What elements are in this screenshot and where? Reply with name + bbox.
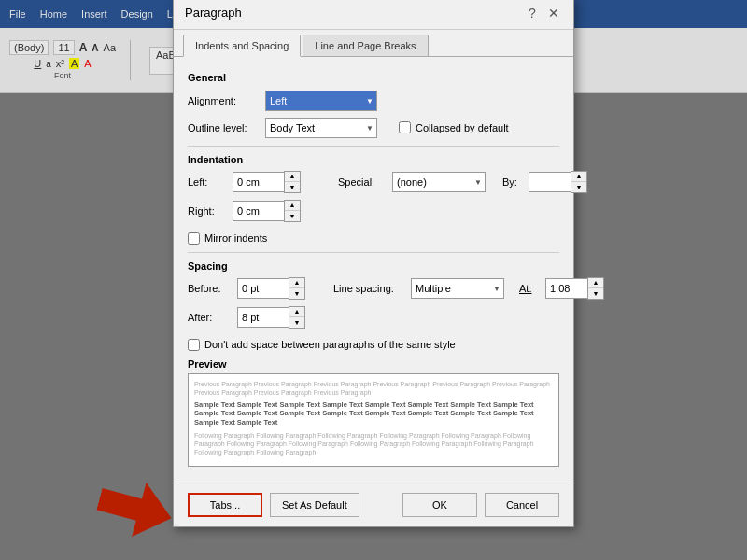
- cancel-button[interactable]: Cancel: [485, 493, 559, 517]
- set-as-default-button[interactable]: Set As Default: [270, 493, 359, 517]
- special-label: Special:: [338, 176, 385, 188]
- at-spinner: ▲ ▼: [545, 277, 604, 300]
- mirror-indents-label: Mirror indents: [204, 232, 267, 244]
- mirror-indents-checkbox[interactable]: [188, 232, 200, 245]
- line-spacing-row: Line spacing: Multiple At: ▲ ▼: [333, 277, 604, 300]
- by-label: By:: [502, 176, 521, 188]
- dialog-overlay: Paragraph ? ✕ Indents and Spacing Line a…: [0, 0, 747, 560]
- indentation-special-col: Special: (none) By: ▲ ▼: [338, 171, 587, 229]
- indent-left-spinbtns: ▲ ▼: [284, 171, 301, 193]
- at-up[interactable]: ▲: [588, 278, 603, 288]
- dialog-content: General Alignment: Left Outline level: B…: [174, 57, 573, 478]
- special-select[interactable]: (none): [392, 172, 486, 192]
- indent-left-label: Left:: [188, 176, 225, 188]
- spacing-after-input[interactable]: [237, 307, 289, 328]
- preview-label: Preview: [188, 358, 559, 370]
- spacing-after-spinner: ▲ ▼: [237, 306, 305, 329]
- indent-right-label: Right:: [188, 205, 225, 217]
- preview-sample-text: Sample Text Sample Text Sample Text Samp…: [194, 400, 553, 427]
- line-spacing-select[interactable]: Multiple: [411, 278, 504, 299]
- special-row: Special: (none) By: ▲ ▼: [338, 171, 587, 193]
- by-spinbtns: ▲ ▼: [571, 171, 587, 193]
- dont-add-space-checkbox[interactable]: [188, 339, 200, 351]
- indentation-rows: Left: ▲ ▼ Right:: [188, 171, 559, 229]
- alignment-select-wrapper: Left: [265, 91, 377, 111]
- at-input[interactable]: [545, 278, 587, 299]
- paragraph-dialog: Paragraph ? ✕ Indents and Spacing Line a…: [173, 0, 574, 527]
- at-down[interactable]: ▼: [588, 288, 603, 299]
- at-label: At:: [519, 283, 538, 294]
- spacing-before-spinbtns: ▲ ▼: [289, 277, 305, 300]
- preview-section: Preview Previous Paragraph Previous Para…: [188, 358, 559, 467]
- dont-add-space-label: Don't add space between paragraphs of th…: [204, 339, 456, 350]
- indentation-section-label: Indentation: [188, 154, 559, 165]
- indent-right-input[interactable]: [233, 201, 284, 221]
- outline-select-wrapper: Body Text: [265, 118, 377, 138]
- spacing-before-label: Before:: [188, 283, 230, 294]
- spacing-after-spinbtns: ▲ ▼: [289, 306, 305, 329]
- spacing-after-row: After: ▲ ▼: [188, 306, 305, 329]
- dialog-buttons: Tabs... Set As Default OK Cancel: [174, 483, 573, 526]
- indentation-separator: [188, 252, 559, 253]
- indentation-left-col: Left: ▲ ▼ Right:: [188, 171, 301, 229]
- tabs-button[interactable]: Tabs...: [188, 493, 262, 517]
- close-button[interactable]: ✕: [545, 5, 562, 21]
- outline-level-row: Outline level: Body Text Collapsed by de…: [188, 118, 559, 138]
- spacing-after-down[interactable]: ▼: [289, 317, 304, 328]
- outline-select[interactable]: Body Text: [265, 118, 377, 138]
- at-spinbtns: ▲ ▼: [587, 277, 604, 300]
- preview-following: Following Paragraph Following Paragraph …: [194, 431, 553, 456]
- collapsed-label: Collapsed by default: [416, 122, 509, 133]
- dialog-titlebar: Paragraph ? ✕: [174, 0, 573, 30]
- spacing-right-col: Line spacing: Multiple At: ▲ ▼: [333, 277, 604, 335]
- spacing-before-row: Before: ▲ ▼: [188, 277, 305, 300]
- ok-button[interactable]: OK: [402, 493, 477, 517]
- tab-line-page-breaks[interactable]: Line and Page Breaks: [303, 35, 428, 56]
- outline-level-label: Outline level:: [188, 122, 258, 133]
- indent-right-spinbtns: ▲ ▼: [284, 200, 301, 222]
- indent-right-down[interactable]: ▼: [285, 211, 300, 221]
- by-up[interactable]: ▲: [571, 172, 586, 182]
- preview-prev-para: Previous Paragraph Previous Paragraph Pr…: [194, 380, 553, 397]
- indent-right-row: Right: ▲ ▼: [188, 200, 301, 222]
- indent-left-row: Left: ▲ ▼: [188, 171, 301, 193]
- general-separator: [188, 146, 559, 147]
- spacing-left-col: Before: ▲ ▼ After:: [188, 277, 305, 335]
- dialog-title: Paragraph: [185, 6, 242, 20]
- alignment-select[interactable]: Left: [265, 91, 377, 111]
- indent-left-down[interactable]: ▼: [285, 182, 300, 192]
- indent-right-up[interactable]: ▲: [285, 201, 300, 211]
- spacing-section-label: Spacing: [188, 260, 559, 272]
- spacing-before-up[interactable]: ▲: [289, 278, 304, 288]
- spacing-before-spinner: ▲ ▼: [237, 277, 305, 300]
- by-input[interactable]: [529, 172, 571, 192]
- general-section-label: General: [188, 72, 559, 83]
- mirror-indents-row: Mirror indents: [188, 232, 559, 245]
- collapsed-row: Collapsed by default: [399, 121, 509, 133]
- indent-left-input[interactable]: [233, 172, 284, 192]
- by-down[interactable]: ▼: [571, 182, 586, 192]
- dont-add-space-row: Don't add space between paragraphs of th…: [188, 339, 559, 351]
- line-spacing-label: Line spacing:: [333, 283, 403, 294]
- preview-box: Previous Paragraph Previous Paragraph Pr…: [188, 373, 559, 467]
- alignment-row: Alignment: Left: [188, 91, 559, 111]
- special-select-wrapper: (none): [392, 172, 486, 192]
- collapsed-checkbox[interactable]: [399, 121, 411, 133]
- alignment-label: Alignment:: [188, 95, 258, 106]
- spacing-rows: Before: ▲ ▼ After:: [188, 277, 559, 335]
- help-button[interactable]: ?: [524, 5, 541, 21]
- dialog-tabs: Indents and Spacing Line and Page Breaks: [174, 30, 573, 57]
- dialog-controls: ? ✕: [524, 5, 562, 21]
- by-spinner: ▲ ▼: [529, 171, 587, 193]
- spacing-before-down[interactable]: ▼: [289, 288, 304, 299]
- indent-left-spinner: ▲ ▼: [233, 171, 301, 193]
- line-spacing-select-wrapper: Multiple: [411, 278, 504, 299]
- spacing-after-label: After:: [188, 312, 230, 323]
- spacing-before-input[interactable]: [237, 278, 289, 299]
- tab-indents-spacing[interactable]: Indents and Spacing: [183, 35, 301, 57]
- indent-right-spinner: ▲ ▼: [233, 200, 301, 222]
- indent-left-up[interactable]: ▲: [285, 172, 300, 182]
- spacing-after-up[interactable]: ▲: [289, 307, 304, 317]
